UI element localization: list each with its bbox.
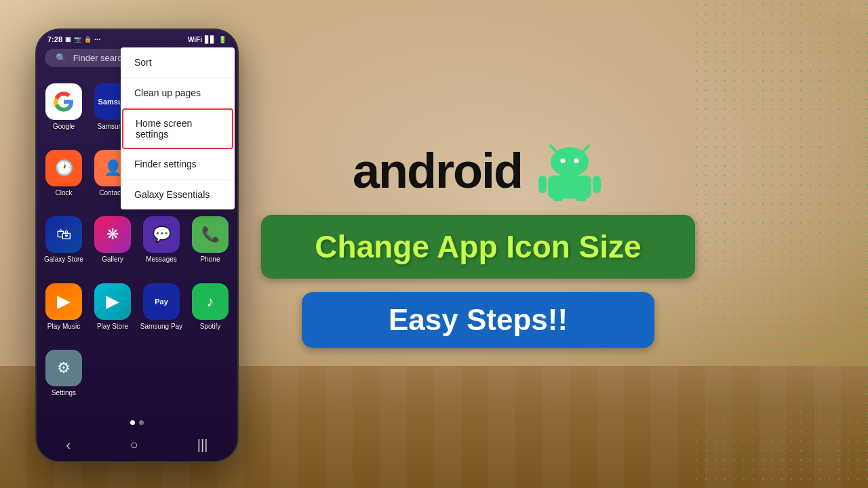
messages-label: Messages <box>146 256 177 263</box>
gallery-label: Gallery <box>102 256 123 263</box>
messages-icon: 💬 <box>143 216 180 253</box>
page-indicators <box>37 416 237 429</box>
sim-icon: ▣ <box>65 36 71 43</box>
galaxy-store-label: Galaxy Store <box>44 256 83 263</box>
clock-icon: 🕐 <box>45 150 82 186</box>
android-logo-area: android <box>353 140 604 201</box>
photo-icon: 📷 <box>74 36 81 43</box>
home-button[interactable]: ○ <box>130 437 138 453</box>
app-item-play-store[interactable]: ▶ Play Store <box>88 278 137 344</box>
easy-steps-button[interactable]: Easy Steps!! <box>302 292 654 348</box>
context-dropdown-menu: Sort Clean up pages Home screen settings… <box>121 47 235 209</box>
gallery-icon: ❋ <box>94 216 131 253</box>
phone-label: Phone <box>201 256 220 263</box>
google-label: Google <box>53 123 75 130</box>
svg-point-3 <box>551 147 589 177</box>
dropdown-item-clean-up-pages[interactable]: Clean up pages <box>121 78 235 108</box>
page-dot-2 <box>139 420 144 425</box>
galaxy-store-icon: 🛍 <box>45 216 82 253</box>
blue-btn-text: Easy Steps!! <box>389 303 568 336</box>
spotify-icon: ♪ <box>192 283 229 320</box>
green-btn-text: Change App Icon Size <box>315 229 641 264</box>
phone-icon: 📞 <box>192 216 229 253</box>
svg-point-5 <box>574 159 579 163</box>
samsung-pay-icon: Pay <box>143 283 180 320</box>
svg-rect-10 <box>576 197 586 201</box>
wifi-icon: WiFi <box>188 36 202 43</box>
dots-icon: ··· <box>94 35 100 43</box>
search-placeholder: Finder search <box>73 53 127 63</box>
samsung-pay-label: Samsung Pay <box>140 323 182 330</box>
dropdown-item-home-screen-settings[interactable]: Home screen settings <box>122 108 233 149</box>
navigation-bar: ‹ ○ ||| <box>37 429 237 461</box>
settings-icon: ⚙ <box>45 350 82 386</box>
back-button[interactable]: ‹ <box>66 437 71 453</box>
right-content-panel: android Change App Icon Size Easy Steps!… <box>264 0 868 488</box>
play-music-icon: ▶ <box>45 283 82 320</box>
svg-rect-8 <box>593 176 601 193</box>
app-item-spotify[interactable]: ♪ Spotify <box>186 278 235 344</box>
svg-rect-7 <box>538 176 547 193</box>
signal-icon: ▋▋ <box>205 36 216 43</box>
android-robot-icon <box>536 140 604 201</box>
play-music-label: Play Music <box>47 323 80 330</box>
change-icon-size-button[interactable]: Change App Icon Size <box>261 215 695 279</box>
android-text: android <box>353 143 522 199</box>
search-icon: 🔍 <box>56 53 66 63</box>
recents-button[interactable]: ||| <box>197 437 208 453</box>
status-bar-right: WiFi ▋▋ 🔋 <box>188 36 226 43</box>
dropdown-item-finder-settings[interactable]: Finder settings <box>121 149 235 180</box>
google-icon <box>45 83 82 120</box>
dropdown-item-galaxy-essentials[interactable]: Galaxy Essentials <box>121 180 235 209</box>
app-item-samsung-pay[interactable]: Pay Samsung Pay <box>137 278 186 344</box>
lock-icon: 🔒 <box>84 36 92 43</box>
battery-icon: 🔋 <box>218 36 226 43</box>
time-display: 7:28 <box>47 35 62 43</box>
app-item-clock[interactable]: 🕐 Clock <box>39 144 88 211</box>
status-bar-left: 7:28 ▣ 📷 🔒 ··· <box>47 35 100 43</box>
dropdown-item-sort[interactable]: Sort <box>121 47 235 78</box>
play-store-label: Play Store <box>97 323 128 330</box>
svg-rect-6 <box>548 176 591 199</box>
app-item-messages[interactable]: 💬 Messages <box>137 211 186 277</box>
page-dot-1 <box>130 420 135 425</box>
svg-point-4 <box>561 159 566 163</box>
play-store-icon: ▶ <box>94 283 131 320</box>
app-item-google[interactable]: Google <box>39 78 88 144</box>
app-item-phone[interactable]: 📞 Phone <box>186 211 235 277</box>
status-bar: 7:28 ▣ 📷 🔒 ··· WiFi ▋▋ 🔋 <box>37 30 237 46</box>
settings-label: Settings <box>52 389 76 396</box>
app-item-play-music[interactable]: ▶ Play Music <box>39 278 88 344</box>
app-item-gallery[interactable]: ❋ Gallery <box>88 211 137 277</box>
app-item-settings[interactable]: ⚙ Settings <box>39 344 88 411</box>
app-item-galaxy-store[interactable]: 🛍 Galaxy Store <box>39 211 88 277</box>
clock-label: Clock <box>55 189 72 197</box>
spotify-label: Spotify <box>200 323 221 330</box>
svg-rect-9 <box>553 197 563 201</box>
